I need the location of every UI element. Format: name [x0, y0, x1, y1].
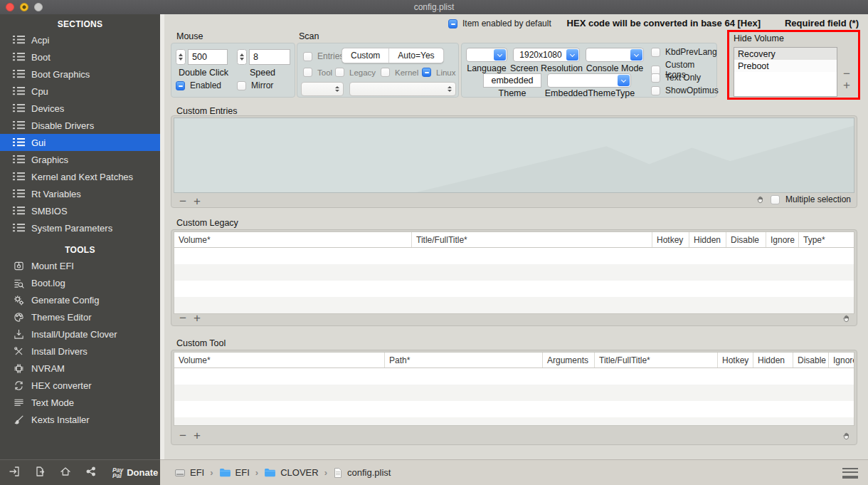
scan-kernel: Kernel — [381, 68, 418, 77]
breadcrumb-config-plist[interactable]: config.plist — [333, 467, 391, 479]
drag-hand-icon[interactable] — [842, 432, 851, 441]
sidebar-item-system-parameters[interactable]: System Parameters — [0, 219, 160, 236]
custom-tool-table[interactable]: Volume* Path* Arguments Title/FullTitle*… — [174, 352, 854, 426]
tool-text-mode[interactable]: Text Mode — [0, 394, 160, 411]
tool-install-drivers[interactable]: Install Drivers — [0, 343, 160, 360]
sidebar-item-smbios[interactable]: SMBIOS — [0, 202, 160, 219]
home-icon[interactable] — [60, 466, 71, 479]
paypal-icon: PayPal — [112, 467, 123, 479]
zoom-button[interactable] — [34, 3, 43, 11]
close-button[interactable] — [6, 3, 14, 11]
language-select[interactable] — [466, 48, 507, 62]
drag-hand-icon[interactable] — [842, 314, 851, 323]
speed-input[interactable] — [249, 49, 290, 65]
embedded-theme-type-select[interactable] — [547, 73, 631, 88]
wallpaper-silhouette — [379, 118, 854, 192]
folder-icon — [219, 467, 231, 478]
custom-legacy-table[interactable]: Volume* Title/FullTitle* Hotkey Hidden D… — [174, 231, 854, 314]
text-only-checkbox[interactable] — [651, 73, 660, 83]
list-icon — [13, 36, 25, 44]
tool-themes-editor[interactable]: Themes Editor — [0, 308, 160, 325]
add-entry-button[interactable]: + — [191, 196, 203, 207]
title-bar: config.plist — [0, 0, 868, 14]
hide-volume-add-button[interactable]: + — [841, 80, 852, 92]
list-menu-icon[interactable] — [842, 468, 858, 477]
scan-kernel-checkbox[interactable] — [381, 68, 390, 77]
custom-legacy-panel: Volume* Title/FullTitle* Hotkey Hidden D… — [171, 229, 857, 326]
sidebar-item-gui[interactable]: Gui — [0, 134, 160, 151]
custom-legacy-body[interactable] — [174, 248, 854, 313]
scan-popup-small[interactable] — [301, 82, 344, 96]
multiple-selection-checkbox[interactable] — [771, 195, 780, 204]
remove-entry-button[interactable]: − — [177, 196, 189, 207]
speed-stepper[interactable] — [237, 49, 247, 65]
palette-icon — [13, 312, 25, 323]
kbdprevlang-checkbox[interactable] — [651, 48, 660, 57]
double-click-label: Double Click — [174, 68, 233, 78]
wrench-icon — [13, 346, 25, 357]
scan-linux-checkbox[interactable] — [422, 68, 431, 77]
add-legacy-button[interactable]: + — [191, 313, 203, 324]
hide-volume-item[interactable]: Preboot — [734, 60, 837, 72]
theme-input[interactable] — [483, 73, 541, 88]
scan-legacy-checkbox[interactable] — [335, 68, 344, 77]
tool-install-update-clover[interactable]: Install/Update Clover — [0, 325, 160, 343]
custom-tool-body[interactable] — [174, 368, 854, 425]
screen-resolution-select[interactable]: 1920x1080 — [513, 48, 580, 62]
hide-volume-item[interactable]: Recovery — [734, 48, 837, 60]
tool-kexts-installer[interactable]: Kexts Installer — [0, 411, 160, 428]
sidebar-item-rt-variables[interactable]: Rt Variables — [0, 185, 160, 202]
import-config-icon[interactable] — [9, 466, 20, 479]
scan-entries-checkbox[interactable] — [303, 52, 312, 61]
double-click-stepper[interactable] — [176, 49, 186, 65]
list-icon — [13, 53, 25, 61]
tool-hex-converter[interactable]: HEX converter — [0, 377, 160, 394]
scan-popup-large[interactable] — [349, 82, 456, 96]
remove-tool-button[interactable]: − — [177, 430, 189, 442]
sidebar-item-disable-drivers[interactable]: Disable Drivers — [0, 117, 160, 134]
item-enabled-checkbox[interactable] — [448, 19, 457, 28]
sidebar-item-cpu[interactable]: Cpu — [0, 83, 160, 100]
hide-volume-list[interactable]: Recovery Preboot — [734, 47, 837, 97]
export-config-icon[interactable] — [34, 466, 46, 479]
sidebar-item-devices[interactable]: Devices — [0, 100, 160, 117]
share-icon[interactable] — [85, 466, 97, 479]
drag-hand-icon[interactable] — [756, 195, 765, 204]
window-title: config.plist — [414, 2, 455, 12]
mouse-enabled-checkbox[interactable] — [176, 81, 185, 90]
tool-generate-config[interactable]: Generate Config — [0, 291, 160, 308]
column-header: Disable — [793, 353, 829, 367]
double-click-input[interactable] — [188, 49, 228, 65]
sidebar-item-acpi[interactable]: Acpi — [0, 31, 160, 48]
add-tool-button[interactable]: + — [191, 430, 203, 442]
breadcrumb-clover-folder[interactable]: CLOVER — [264, 467, 318, 478]
breadcrumb-efi-disk[interactable]: EFI — [174, 467, 204, 479]
header-notes: HEX code will be converted in base 64 [H… — [567, 18, 859, 28]
text-lines-icon — [13, 397, 25, 408]
sidebar-item-kernel-kext-patches[interactable]: Kernel and Kext Patches — [0, 168, 160, 185]
sidebar-item-boot[interactable]: Boot — [0, 48, 160, 66]
scan-tool-checkbox[interactable] — [303, 68, 312, 77]
sidebar-item-graphics[interactable]: Graphics — [0, 151, 160, 168]
scan-mode-custom[interactable]: Custom — [342, 48, 388, 63]
scan-mode-auto[interactable]: Auto=Yes — [388, 48, 443, 63]
showoptimus: ShowOptimus — [651, 85, 719, 95]
breadcrumb-efi-folder[interactable]: EFI — [219, 467, 250, 478]
tool-boot-log[interactable]: Boot.log — [0, 274, 160, 291]
remove-legacy-button[interactable]: − — [177, 313, 189, 324]
custom-legacy-header: Volume* Title/FullTitle* Hotkey Hidden D… — [174, 232, 854, 248]
showoptimus-checkbox[interactable] — [651, 86, 660, 95]
donate-button[interactable]: PayPal Donate — [112, 467, 158, 479]
console-mode-select[interactable] — [586, 48, 644, 62]
list-icon — [13, 104, 25, 113]
sidebar-item-boot-graphics[interactable]: Boot Graphics — [0, 66, 160, 83]
breadcrumb-separator: › — [210, 467, 213, 478]
minimize-button[interactable] — [20, 3, 28, 11]
tool-mount-efi[interactable]: Mount EFI — [0, 257, 160, 274]
tool-nvram[interactable]: NVRAM — [0, 360, 160, 377]
log-search-icon — [13, 278, 25, 288]
custom-entries-table[interactable] — [174, 118, 854, 193]
column-header: Type* — [799, 232, 854, 247]
scan-linux: Linux — [422, 68, 456, 77]
mouse-mirror-checkbox[interactable] — [237, 81, 246, 90]
